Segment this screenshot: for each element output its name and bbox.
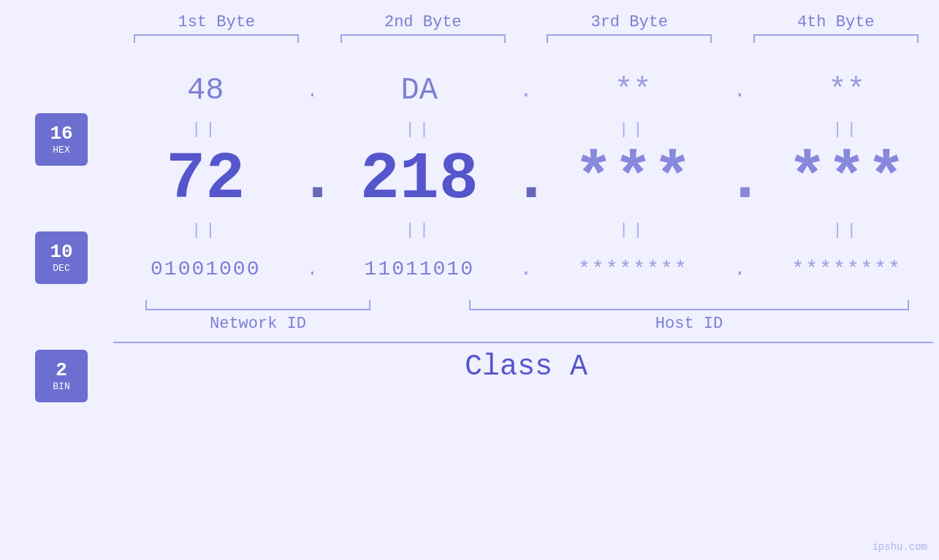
hex-base-num: 16 xyxy=(50,123,72,145)
bin-base-box: 2 BIN xyxy=(35,350,88,402)
bottom-brackets: Network ID Host ID xyxy=(113,300,939,333)
hex-b4-value: ** xyxy=(829,73,865,108)
eq-7: || xyxy=(541,221,726,239)
hex-row: 48 . DA . ** . ** xyxy=(113,65,939,116)
bin-dot-1: . xyxy=(298,258,327,280)
hex-b3-value: ** xyxy=(615,73,651,108)
bin-b1-cell: 01001000 xyxy=(113,258,298,280)
eq-2: || xyxy=(327,120,512,139)
top-bracket-1 xyxy=(134,34,299,43)
network-id-bracket-wrap: Network ID xyxy=(113,300,403,333)
network-id-bracket xyxy=(145,300,371,310)
byte4-header: 4th Byte xyxy=(733,13,940,31)
bin-row: 01001000 . 11011010 . ******** . *******… xyxy=(113,243,939,294)
bin-b1-value: 01001000 xyxy=(151,258,260,280)
dec-row: 72 . 218 . *** . *** xyxy=(113,142,939,217)
hex-base-box: 16 HEX xyxy=(35,113,88,166)
byte1-header: 1st Byte xyxy=(113,13,320,31)
dec-b4-cell: *** xyxy=(755,142,940,217)
bin-b3-value: ******** xyxy=(578,258,688,280)
eq-3: || xyxy=(541,120,726,139)
dec-base-label: DEC xyxy=(53,263,69,274)
eq-5: || xyxy=(113,221,298,239)
class-section: Class A xyxy=(0,342,939,383)
bin-b2-cell: 11011010 xyxy=(327,258,512,280)
dec-b3-cell: *** xyxy=(541,142,726,217)
main-container: 1st Byte 2nd Byte 3rd Byte 4th Byte 16 H… xyxy=(0,0,939,560)
equals-row-1: || || || || xyxy=(113,116,939,142)
top-bracket-2 xyxy=(341,34,506,43)
byte-headers-row: 1st Byte 2nd Byte 3rd Byte 4th Byte xyxy=(0,13,939,31)
hex-b1-cell: 48 xyxy=(113,73,298,108)
hex-b4-cell: ** xyxy=(755,73,940,108)
bin-dot-3: . xyxy=(726,258,755,280)
equals-row-2: || || || || xyxy=(113,217,939,243)
bin-b3-cell: ******** xyxy=(541,258,726,280)
class-label: Class A xyxy=(113,350,939,383)
dec-dot-3: . xyxy=(726,147,755,212)
bin-dot-2: . xyxy=(512,258,541,280)
hex-b3-cell: ** xyxy=(541,73,726,108)
top-bracket-row xyxy=(0,34,939,43)
hex-b2-cell: DA xyxy=(327,73,512,108)
bin-b4-value: ******** xyxy=(792,258,902,280)
top-bracket-4 xyxy=(753,34,919,43)
dec-b1-cell: 72 xyxy=(113,142,298,217)
dec-b2-value: 218 xyxy=(360,142,479,217)
top-bracket-3 xyxy=(547,34,712,43)
eq-8: || xyxy=(755,221,940,239)
hex-base-label: HEX xyxy=(53,145,69,156)
hex-dot-2: . xyxy=(512,80,541,102)
dec-dot-2: . xyxy=(512,147,541,212)
bin-base-label: BIN xyxy=(53,381,69,392)
hex-b2-value: DA xyxy=(401,73,438,108)
bracket-cell-3 xyxy=(526,34,733,43)
dec-b4-value: *** xyxy=(788,142,906,217)
hex-dot-3: . xyxy=(726,80,755,102)
host-id-bracket-wrap: Host ID xyxy=(439,300,939,333)
byte3-header: 3rd Byte xyxy=(526,13,733,31)
dec-b1-value: 72 xyxy=(166,142,245,217)
dec-dot-1: . xyxy=(298,147,327,212)
host-id-label: Host ID xyxy=(655,315,723,333)
base-labels: 16 HEX 10 DEC 2 BIN xyxy=(35,113,88,402)
bracket-cell-4 xyxy=(733,34,940,43)
bin-b2-value: 11011010 xyxy=(365,258,474,280)
dec-base-num: 10 xyxy=(50,242,72,263)
bracket-cell-1 xyxy=(113,34,320,43)
eq-6: || xyxy=(327,221,512,239)
bin-base-num: 2 xyxy=(56,360,67,381)
byte2-header: 2nd Byte xyxy=(320,13,527,31)
watermark: ipshu.com xyxy=(872,541,927,553)
network-id-label: Network ID xyxy=(210,315,306,333)
bottom-section: Network ID Host ID xyxy=(0,300,939,333)
hex-dot-1: . xyxy=(298,80,327,102)
eq-4: || xyxy=(755,120,940,139)
eq-1: || xyxy=(113,120,298,139)
host-id-bracket xyxy=(469,300,909,310)
dec-b3-value: *** xyxy=(574,142,692,217)
main-content-area: 48 . DA . ** . ** || || || || xyxy=(0,65,939,294)
dec-b2-cell: 218 xyxy=(327,142,512,217)
bin-b4-cell: ******** xyxy=(755,258,940,280)
bracket-cell-2 xyxy=(320,34,527,43)
dec-base-box: 10 DEC xyxy=(35,231,88,284)
class-bracket-line xyxy=(113,342,933,343)
hex-b1-value: 48 xyxy=(187,73,224,108)
